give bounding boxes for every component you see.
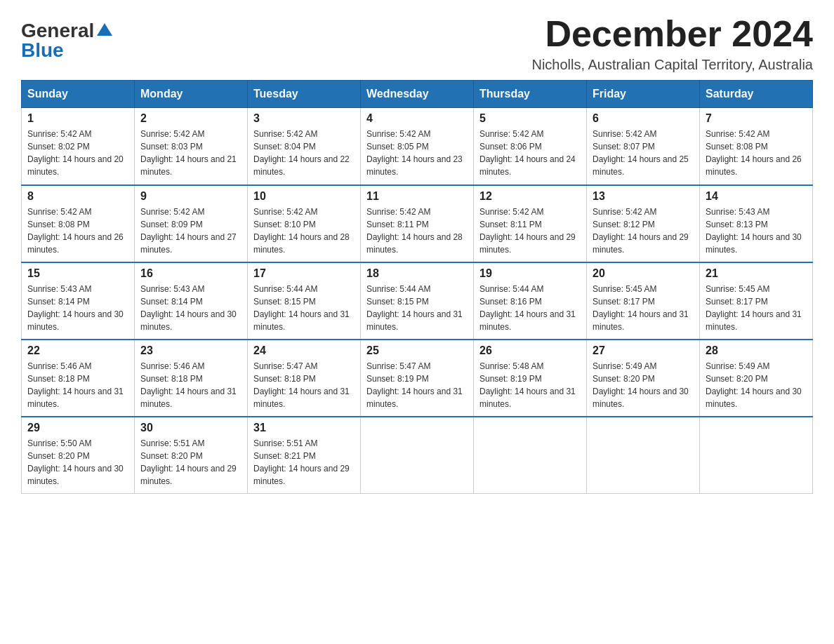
day-info: Sunrise: 5:49 AM Sunset: 8:20 PM Dayligh… <box>593 360 694 410</box>
day-info: Sunrise: 5:51 AM Sunset: 8:21 PM Dayligh… <box>253 437 355 488</box>
header-monday: Monday <box>135 81 248 108</box>
table-row <box>361 417 474 494</box>
table-row: 9 Sunrise: 5:42 AM Sunset: 8:09 PM Dayli… <box>135 185 248 262</box>
table-row: 3 Sunrise: 5:42 AM Sunset: 8:04 PM Dayli… <box>248 108 361 185</box>
day-info: Sunrise: 5:42 AM Sunset: 8:05 PM Dayligh… <box>366 128 468 178</box>
day-info: Sunrise: 5:48 AM Sunset: 8:19 PM Dayligh… <box>479 360 581 410</box>
day-number: 7 <box>706 112 807 125</box>
day-info: Sunrise: 5:46 AM Sunset: 8:18 PM Dayligh… <box>27 360 128 410</box>
day-info: Sunrise: 5:50 AM Sunset: 8:20 PM Dayligh… <box>27 437 128 488</box>
title-area: December 2024 Nicholls, Australian Capit… <box>531 14 813 73</box>
day-number: 8 <box>27 190 128 203</box>
day-number: 3 <box>253 112 355 125</box>
day-number: 21 <box>706 267 807 280</box>
day-number: 9 <box>140 190 241 203</box>
header-tuesday: Tuesday <box>248 81 361 108</box>
logo: General Blue <box>21 14 112 60</box>
day-info: Sunrise: 5:43 AM Sunset: 8:14 PM Dayligh… <box>27 283 128 333</box>
table-row: 28 Sunrise: 5:49 AM Sunset: 8:20 PM Dayl… <box>700 340 813 417</box>
day-number: 13 <box>593 190 694 203</box>
day-info: Sunrise: 5:42 AM Sunset: 8:09 PM Dayligh… <box>140 206 241 256</box>
calendar-week-row: 22 Sunrise: 5:46 AM Sunset: 8:18 PM Dayl… <box>22 340 813 417</box>
day-info: Sunrise: 5:43 AM Sunset: 8:13 PM Dayligh… <box>706 206 807 256</box>
day-info: Sunrise: 5:42 AM Sunset: 8:02 PM Dayligh… <box>27 128 128 178</box>
table-row: 6 Sunrise: 5:42 AM Sunset: 8:07 PM Dayli… <box>587 108 700 185</box>
day-info: Sunrise: 5:42 AM Sunset: 8:11 PM Dayligh… <box>366 206 468 256</box>
table-row: 16 Sunrise: 5:43 AM Sunset: 8:14 PM Dayl… <box>135 262 248 340</box>
table-row: 21 Sunrise: 5:45 AM Sunset: 8:17 PM Dayl… <box>700 262 813 340</box>
table-row: 1 Sunrise: 5:42 AM Sunset: 8:02 PM Dayli… <box>22 108 135 185</box>
location-title: Nicholls, Australian Capital Territory, … <box>531 57 813 73</box>
day-info: Sunrise: 5:42 AM Sunset: 8:12 PM Dayligh… <box>593 206 694 256</box>
day-number: 16 <box>140 267 241 280</box>
day-number: 10 <box>253 190 355 203</box>
table-row: 5 Sunrise: 5:42 AM Sunset: 8:06 PM Dayli… <box>474 108 587 185</box>
day-number: 18 <box>366 267 468 280</box>
day-number: 24 <box>253 344 355 357</box>
table-row: 19 Sunrise: 5:44 AM Sunset: 8:16 PM Dayl… <box>474 262 587 340</box>
day-number: 19 <box>479 267 581 280</box>
header-thursday: Thursday <box>474 81 587 108</box>
month-title: December 2024 <box>531 14 813 54</box>
day-info: Sunrise: 5:42 AM Sunset: 8:11 PM Dayligh… <box>479 206 581 256</box>
table-row: 8 Sunrise: 5:42 AM Sunset: 8:08 PM Dayli… <box>22 185 135 262</box>
day-info: Sunrise: 5:45 AM Sunset: 8:17 PM Dayligh… <box>593 283 694 333</box>
day-number: 27 <box>593 344 694 357</box>
table-row: 11 Sunrise: 5:42 AM Sunset: 8:11 PM Dayl… <box>361 185 474 262</box>
svg-marker-0 <box>97 23 112 36</box>
calendar-table: Sunday Monday Tuesday Wednesday Thursday… <box>21 80 813 494</box>
day-number: 26 <box>479 344 581 357</box>
day-info: Sunrise: 5:44 AM Sunset: 8:15 PM Dayligh… <box>253 283 355 333</box>
day-number: 20 <box>593 267 694 280</box>
day-number: 25 <box>366 344 468 357</box>
table-row: 27 Sunrise: 5:49 AM Sunset: 8:20 PM Dayl… <box>587 340 700 417</box>
day-info: Sunrise: 5:42 AM Sunset: 8:06 PM Dayligh… <box>479 128 581 178</box>
weekday-header-row: Sunday Monday Tuesday Wednesday Thursday… <box>22 81 813 108</box>
day-number: 23 <box>140 344 241 357</box>
logo-triangle-icon <box>97 22 112 37</box>
calendar-week-row: 29 Sunrise: 5:50 AM Sunset: 8:20 PM Dayl… <box>22 417 813 494</box>
header-friday: Friday <box>587 81 700 108</box>
day-info: Sunrise: 5:42 AM Sunset: 8:04 PM Dayligh… <box>253 128 355 178</box>
day-info: Sunrise: 5:44 AM Sunset: 8:15 PM Dayligh… <box>366 283 468 333</box>
calendar-week-row: 8 Sunrise: 5:42 AM Sunset: 8:08 PM Dayli… <box>22 185 813 262</box>
day-number: 11 <box>366 190 468 203</box>
day-number: 5 <box>479 112 581 125</box>
table-row <box>700 417 813 494</box>
day-number: 17 <box>253 267 355 280</box>
day-number: 6 <box>593 112 694 125</box>
table-row: 31 Sunrise: 5:51 AM Sunset: 8:21 PM Dayl… <box>248 417 361 494</box>
logo-general-text: General <box>21 21 94 41</box>
day-number: 15 <box>27 267 128 280</box>
day-number: 31 <box>253 422 355 434</box>
table-row: 17 Sunrise: 5:44 AM Sunset: 8:15 PM Dayl… <box>248 262 361 340</box>
day-info: Sunrise: 5:51 AM Sunset: 8:20 PM Dayligh… <box>140 437 241 488</box>
day-info: Sunrise: 5:42 AM Sunset: 8:10 PM Dayligh… <box>253 206 355 256</box>
header-saturday: Saturday <box>700 81 813 108</box>
day-number: 4 <box>366 112 468 125</box>
day-info: Sunrise: 5:42 AM Sunset: 8:03 PM Dayligh… <box>140 128 241 178</box>
day-number: 30 <box>140 422 241 434</box>
table-row: 12 Sunrise: 5:42 AM Sunset: 8:11 PM Dayl… <box>474 185 587 262</box>
day-number: 29 <box>27 422 128 434</box>
day-info: Sunrise: 5:45 AM Sunset: 8:17 PM Dayligh… <box>706 283 807 333</box>
table-row: 25 Sunrise: 5:47 AM Sunset: 8:19 PM Dayl… <box>361 340 474 417</box>
day-info: Sunrise: 5:47 AM Sunset: 8:19 PM Dayligh… <box>366 360 468 410</box>
calendar-week-row: 15 Sunrise: 5:43 AM Sunset: 8:14 PM Dayl… <box>22 262 813 340</box>
day-info: Sunrise: 5:44 AM Sunset: 8:16 PM Dayligh… <box>479 283 581 333</box>
day-info: Sunrise: 5:49 AM Sunset: 8:20 PM Dayligh… <box>706 360 807 410</box>
table-row: 15 Sunrise: 5:43 AM Sunset: 8:14 PM Dayl… <box>22 262 135 340</box>
table-row: 24 Sunrise: 5:47 AM Sunset: 8:18 PM Dayl… <box>248 340 361 417</box>
day-number: 2 <box>140 112 241 125</box>
table-row: 10 Sunrise: 5:42 AM Sunset: 8:10 PM Dayl… <box>248 185 361 262</box>
day-info: Sunrise: 5:42 AM Sunset: 8:08 PM Dayligh… <box>706 128 807 178</box>
day-info: Sunrise: 5:46 AM Sunset: 8:18 PM Dayligh… <box>140 360 241 410</box>
day-number: 12 <box>479 190 581 203</box>
header-wednesday: Wednesday <box>361 81 474 108</box>
table-row: 22 Sunrise: 5:46 AM Sunset: 8:18 PM Dayl… <box>22 340 135 417</box>
table-row: 4 Sunrise: 5:42 AM Sunset: 8:05 PM Dayli… <box>361 108 474 185</box>
table-row: 30 Sunrise: 5:51 AM Sunset: 8:20 PM Dayl… <box>135 417 248 494</box>
day-info: Sunrise: 5:42 AM Sunset: 8:07 PM Dayligh… <box>593 128 694 178</box>
logo-blue-text: Blue <box>21 41 64 60</box>
table-row: 7 Sunrise: 5:42 AM Sunset: 8:08 PM Dayli… <box>700 108 813 185</box>
